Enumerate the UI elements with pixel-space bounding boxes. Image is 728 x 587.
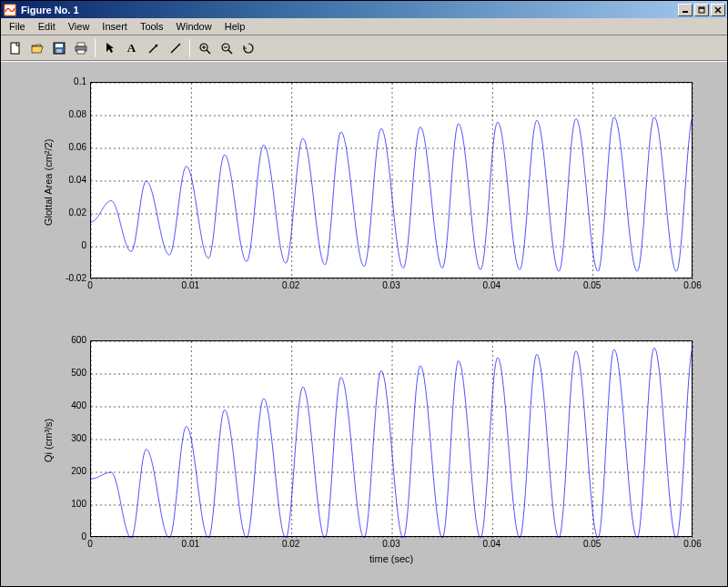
xtick-label: 0.05 [579, 539, 606, 549]
ytick-label: 0 [54, 531, 86, 541]
ytick-label: 600 [54, 335, 86, 345]
toolbar-separator [189, 39, 190, 57]
new-file-button[interactable] [5, 38, 25, 58]
ylabel-bottom: Qi (cm³/s) [43, 419, 54, 462]
new-file-icon [8, 41, 23, 56]
xtick-label: 0.04 [478, 280, 505, 290]
svg-rect-12 [77, 50, 85, 54]
menu-help[interactable]: Help [218, 19, 252, 34]
minimize-button[interactable] [678, 4, 693, 16]
arrow-annot-icon [147, 41, 161, 56]
xtick-label: 0.01 [177, 280, 204, 290]
line-tool-icon [168, 41, 183, 56]
text-tool-icon: A [127, 41, 136, 56]
xtick-label: 0.03 [378, 280, 405, 290]
titlebar: Figure No. 1 [1, 1, 727, 18]
zoom-out-button[interactable] [216, 38, 237, 58]
xlabel-bottom: time (sec) [369, 553, 413, 564]
ytick-label: 400 [54, 400, 86, 410]
ylabel-top: Glottal Area (cm²/2) [43, 139, 54, 226]
xtick-label: 0.06 [679, 539, 706, 549]
app-icon [3, 3, 17, 17]
svg-line-16 [207, 50, 210, 54]
ytick-label: 0.08 [54, 109, 86, 119]
arrow-annot-button[interactable] [143, 38, 164, 58]
open-icon [30, 41, 45, 56]
zoom-out-icon [219, 41, 234, 56]
svg-line-14 [171, 44, 180, 53]
svg-rect-10 [77, 43, 85, 46]
figure-window: Figure No. 1 File Edit View Insert Tools… [0, 0, 728, 587]
toolbar-separator [95, 39, 96, 57]
zoom-in-icon [197, 41, 212, 56]
xtick-label: 0.02 [278, 539, 305, 549]
svg-rect-6 [11, 43, 19, 54]
svg-line-20 [228, 50, 232, 54]
menu-window[interactable]: Window [170, 19, 218, 34]
xtick-label: 0.03 [378, 539, 405, 549]
ytick-label: 200 [54, 466, 86, 476]
xtick-label: 0.04 [478, 539, 505, 549]
rotate-button[interactable] [238, 38, 258, 58]
ytick-label: 100 [54, 499, 86, 509]
rotate-icon [241, 41, 256, 56]
figure-canvas[interactable]: Glottal Area (cm²/2) Qi (cm³/s) time (se… [1, 61, 727, 586]
select-tool-button[interactable] [99, 38, 120, 58]
ytick-label: 0.04 [54, 175, 86, 185]
xtick-label: 0.05 [579, 280, 606, 290]
menu-insert[interactable]: Insert [96, 19, 134, 34]
menu-file[interactable]: File [3, 19, 32, 34]
ytick-label: 300 [54, 433, 86, 443]
toolbar: A [1, 35, 727, 61]
line-tool-button[interactable] [165, 38, 186, 58]
menu-view[interactable]: View [62, 19, 96, 34]
print-button[interactable] [70, 38, 91, 58]
maximize-button[interactable] [694, 4, 709, 16]
ytick-label: 0.06 [54, 142, 86, 152]
arrow-icon [103, 41, 117, 56]
save-button[interactable] [48, 38, 69, 58]
ytick-label: 500 [54, 368, 86, 378]
axes-top[interactable] [90, 82, 693, 278]
window-title: Figure No. 1 [21, 5, 678, 15]
window-buttons [678, 4, 725, 16]
menu-edit[interactable]: Edit [32, 19, 62, 34]
ytick-label: 0 [54, 240, 86, 250]
menu-tools[interactable]: Tools [134, 19, 170, 34]
xtick-label: 0.06 [679, 280, 706, 290]
axes-bottom[interactable] [90, 340, 693, 537]
svg-rect-9 [56, 49, 62, 53]
text-tool-button[interactable]: A [121, 38, 142, 58]
print-icon [74, 41, 88, 56]
zoom-in-button[interactable] [194, 38, 215, 58]
menubar: File Edit View Insert Tools Window Help [1, 18, 727, 35]
ytick-label: 0.1 [54, 76, 86, 86]
close-button[interactable] [711, 4, 725, 16]
ytick-label: 0.02 [54, 207, 86, 218]
xtick-label: 0.02 [278, 280, 305, 290]
open-button[interactable] [26, 38, 47, 58]
ytick-label: -0.02 [54, 273, 86, 283]
xtick-label: 0.01 [177, 539, 204, 549]
save-icon [52, 41, 66, 56]
svg-rect-8 [56, 44, 63, 47]
